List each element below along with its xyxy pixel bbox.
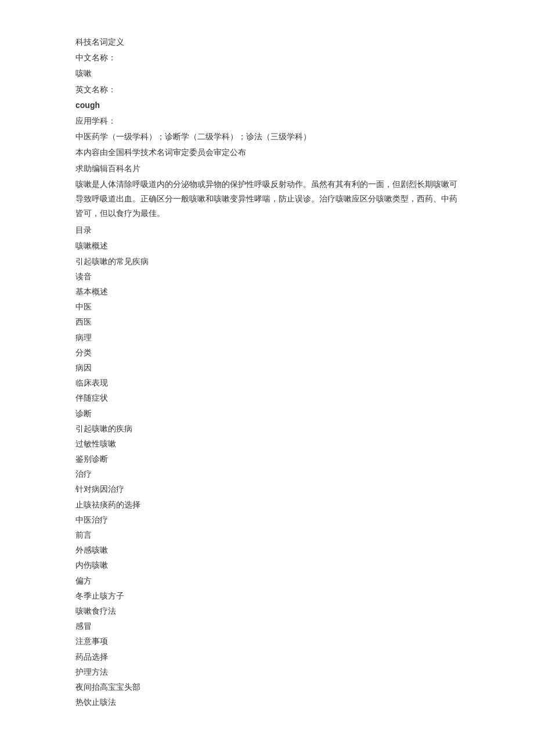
toc-list: 咳嗽概述引起咳嗽的常见疾病读音基本概述中医西医病理分类病因临床表现伴随症状诊断引… [75,239,459,710]
qiuzhu-label: 求助编辑百科名片 [75,161,459,176]
zhongwen-label: 中文名称： [75,51,459,65]
toc-item[interactable]: 病理 [75,330,459,345]
toc-item[interactable]: 西医 [75,315,459,329]
toc-item[interactable]: 过敏性咳嗽 [75,437,459,451]
toc-item[interactable]: 读音 [75,269,459,284]
toc-item[interactable]: 咳嗽概述 [75,239,459,253]
toc-item[interactable]: 伴随症状 [75,391,459,405]
toc-item[interactable]: 中医治疗 [75,513,459,527]
yingwen-value: cough [75,98,459,113]
toc-item[interactable]: 内伤咳嗽 [75,558,459,573]
content-wrapper: 科技名词定义 中文名称： 咳嗽 英文名称： cough 应用学科： 中医药学（一… [0,0,534,745]
toc-item[interactable]: 热饮止咳法 [75,695,459,710]
toc-item[interactable]: 感冒 [75,619,459,633]
zhongwen-value: 咳嗽 [75,66,459,81]
toc-item[interactable]: 诊断 [75,406,459,421]
toc-item[interactable]: 夜间抬高宝宝头部 [75,680,459,694]
toc-item[interactable]: 病因 [75,361,459,375]
yingyong-value: 中医药学（一级学科）；诊断学（二级学科）；诊法（三级学科） [75,129,459,144]
benci-label: 本内容由全国科学技术名词审定委员会审定公布 [75,145,459,160]
toc-item[interactable]: 偏方 [75,574,459,588]
toc-item[interactable]: 中医 [75,300,459,314]
toc-item[interactable]: 引起咳嗽的常见疾病 [75,254,459,269]
mulu-label: 目录 [75,223,459,237]
toc-item[interactable]: 前言 [75,528,459,542]
yingyong-label: 应用学科： [75,114,459,128]
toc-item[interactable]: 针对病因治疗 [75,482,459,496]
toc-item[interactable]: 注意事项 [75,634,459,649]
toc-item[interactable]: 止咳祛痰药的选择 [75,498,459,512]
toc-item[interactable]: 治疗 [75,467,459,481]
toc-item[interactable]: 鉴别诊断 [75,452,459,466]
keji-label: 科技名词定义 [75,35,459,49]
toc-item[interactable]: 咳嗽食疗法 [75,604,459,618]
toc-item[interactable]: 分类 [75,345,459,360]
toc-item[interactable]: 药品选择 [75,650,459,664]
yingwen-label: 英文名称： [75,82,459,97]
toc-item[interactable]: 引起咳嗽的疾病 [75,422,459,436]
toc-item[interactable]: 外感咳嗽 [75,543,459,557]
toc-item[interactable]: 基本概述 [75,285,459,299]
toc-item[interactable]: 冬季止咳方子 [75,589,459,603]
toc-item[interactable]: 护理方法 [75,665,459,679]
main-paragraph: 咳嗽是人体清除呼吸道内的分泌物或异物的保护性呼吸反射动作。虽然有其有利的一面，但… [75,177,459,221]
toc-item[interactable]: 临床表现 [75,376,459,390]
